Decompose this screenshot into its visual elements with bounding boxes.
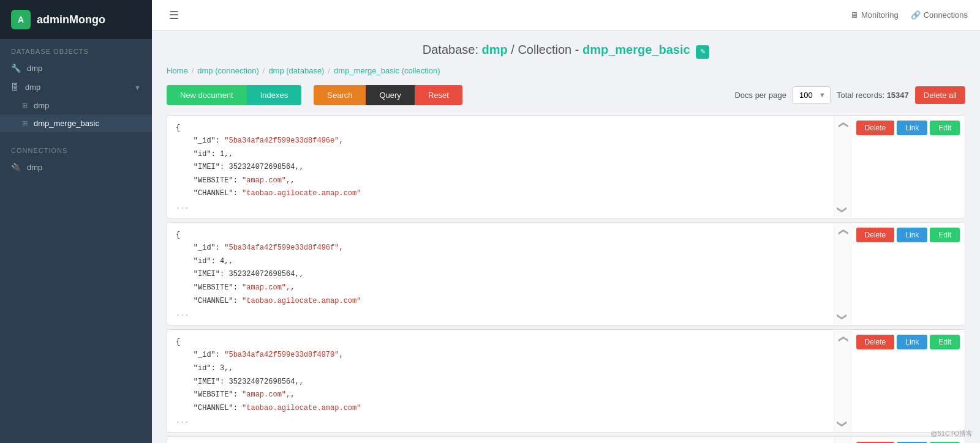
db-objects-label: Database Objects <box>0 39 152 59</box>
breadcrumb-connection[interactable]: dmp (connection) <box>197 66 258 75</box>
records-list: { "_id": "5ba34afa42f599e33d8f496e", "id… <box>167 115 965 444</box>
total-records-label: Total records: 15347 <box>837 91 909 100</box>
connections-section: Connections 🔌 dmp <box>0 138 152 177</box>
sidebar-collection-dmp-label: dmp <box>34 101 49 110</box>
record-json-content: { "_id": "5ba34afa42f599e33d8f4971", "id… <box>167 437 834 443</box>
watermark: @51CTO博客 <box>931 429 973 438</box>
connections-label: Connections <box>0 138 152 158</box>
topnav: ☰ 🖥 Monitoring 🔗 Connections <box>152 0 980 31</box>
record-row: { "_id": "5ba34afa42f599e33d8f496e", "id… <box>167 115 965 218</box>
edit-collection-icon[interactable]: ✎ <box>696 45 709 59</box>
record-row: { "_id": "5ba34afa42f599e33d8f4970", "id… <box>167 329 965 433</box>
toolbar: New document Indexes Search Query Reset … <box>167 85 965 105</box>
total-records-count: 15347 <box>887 91 909 100</box>
coll-name: dmp_merge_basic <box>582 43 690 56</box>
title-prefix: Database: <box>423 43 482 56</box>
sidebar-dmp-database-left: 🗄 dmp <box>11 83 40 92</box>
sidebar-connection-dmp-label: dmp <box>27 163 42 172</box>
edit-button[interactable]: Edit <box>930 121 960 135</box>
sidebar-dmp-group: 🗄 dmp ▼ ⊞ dmp ⊞ dmp_merge_basic <box>0 78 152 132</box>
topnav-left: ☰ <box>164 6 184 24</box>
record-expand-col: ❯❯ <box>834 223 851 325</box>
query-button[interactable]: Query <box>366 85 414 105</box>
chevron-down-icon[interactable]: ❯ <box>837 420 848 428</box>
record-row: { "_id": "5ba34afa42f599e33d8f4971", "id… <box>167 436 965 443</box>
sidebar-collection-dmp-merge-basic-label: dmp_merge_basic <box>34 119 99 128</box>
app-logo: A adminMongo <box>0 0 152 39</box>
action-buttons-row: DeleteLinkEdit <box>856 228 960 242</box>
sidebar-dmp-database-label: dmp <box>25 83 40 92</box>
chevron-down-icon[interactable]: ❯ <box>837 206 848 214</box>
logo-icon: A <box>11 10 31 29</box>
chevron-up-icon[interactable]: ❯ <box>837 228 848 236</box>
connections-icon: 🔗 <box>911 10 921 20</box>
title-mid: / Collection - <box>508 43 582 56</box>
delete-button[interactable]: Delete <box>856 335 895 349</box>
record-expand-col: ❯❯ <box>834 330 851 432</box>
record-row: { "_id": "5ba34afa42f599e33d8f496f", "id… <box>167 222 965 326</box>
indexes-button[interactable]: Indexes <box>247 85 302 105</box>
breadcrumb-database[interactable]: dmp (database) <box>268 66 324 75</box>
plug-icon: 🔌 <box>11 163 21 172</box>
breadcrumb-sep1: / <box>192 66 194 75</box>
chevron-up-icon[interactable]: ❯ <box>837 121 848 129</box>
total-records-text: Total records: <box>837 91 884 100</box>
hamburger-button[interactable]: ☰ <box>164 6 184 24</box>
record-json-content: { "_id": "5ba34afa42f599e33d8f4970", "id… <box>167 330 834 432</box>
search-button[interactable]: Search <box>314 85 366 105</box>
main-area: ☰ 🖥 Monitoring 🔗 Connections Database: d… <box>152 0 980 443</box>
breadcrumb: Home / dmp (connection) / dmp (database)… <box>167 66 965 75</box>
sidebar-dmp-database-header[interactable]: 🗄 dmp ▼ <box>0 78 152 97</box>
link-button[interactable]: Link <box>897 121 927 135</box>
edit-button[interactable]: Edit <box>930 335 960 349</box>
record-expand-col: ❯❯ <box>834 437 851 443</box>
table2-icon: ⊞ <box>22 119 28 127</box>
chevron-down-icon[interactable]: ❯ <box>837 313 848 321</box>
db-name: dmp <box>482 43 508 56</box>
connections-label: Connections <box>924 10 968 20</box>
breadcrumb-collection[interactable]: dmp_merge_basic (collection) <box>334 66 440 75</box>
breadcrumb-home[interactable]: Home <box>167 66 188 75</box>
docs-per-page-wrapper: 100 50 25 ▼ <box>793 86 831 104</box>
record-actions: DeleteLinkEdit <box>851 223 965 325</box>
chevron-down-icon: ▼ <box>134 84 141 91</box>
delete-button[interactable]: Delete <box>856 228 895 242</box>
new-document-button[interactable]: New document <box>167 85 247 105</box>
link-button[interactable]: Link <box>897 228 927 242</box>
record-json-content: { "_id": "5ba34afa42f599e33d8f496f", "id… <box>167 223 834 325</box>
monitoring-link[interactable]: 🖥 Monitoring <box>850 10 899 20</box>
app-name: adminMongo <box>37 13 105 26</box>
docs-per-page-select[interactable]: 100 50 25 <box>793 86 831 104</box>
topnav-right: 🖥 Monitoring 🔗 Connections <box>850 10 968 20</box>
docs-per-page-label: Docs per page <box>734 91 786 100</box>
db-icon: 🗄 <box>11 83 19 92</box>
record-actions: DeleteLinkEdit <box>851 330 965 432</box>
edit-button[interactable]: Edit <box>930 228 960 242</box>
breadcrumb-sep3: / <box>328 66 330 75</box>
sidebar-item-dmp-connection[interactable]: 🔧 dmp <box>0 59 152 78</box>
sidebar: A adminMongo Database Objects 🔧 dmp 🗄 dm… <box>0 0 152 443</box>
record-actions: DeleteLinkEdit <box>851 116 965 218</box>
chevron-up-icon[interactable]: ❯ <box>837 335 848 343</box>
delete-all-button[interactable]: Delete all <box>915 86 965 104</box>
record-expand-col: ❯❯ <box>834 116 851 218</box>
monitoring-label: Monitoring <box>861 10 899 20</box>
toolbar-right: Docs per page 100 50 25 ▼ Total records:… <box>734 86 965 104</box>
monitor-icon: 🖥 <box>850 10 858 20</box>
content-area: Database: dmp / Collection - dmp_merge_b… <box>152 31 980 443</box>
delete-button[interactable]: Delete <box>856 121 895 135</box>
sidebar-collection-dmp[interactable]: ⊞ dmp <box>0 97 152 114</box>
table-icon: ⊞ <box>22 102 28 110</box>
sidebar-dmp-connection-label: dmp <box>27 64 42 73</box>
action-buttons-row: DeleteLinkEdit <box>856 121 960 135</box>
sidebar-connection-dmp[interactable]: 🔌 dmp <box>0 158 152 177</box>
page-title: Database: dmp / Collection - dmp_merge_b… <box>167 43 965 59</box>
connections-link[interactable]: 🔗 Connections <box>911 10 968 20</box>
record-json-content: { "_id": "5ba34afa42f599e33d8f496e", "id… <box>167 116 834 218</box>
action-buttons-row: DeleteLinkEdit <box>856 335 960 349</box>
reset-button[interactable]: Reset <box>415 85 462 105</box>
breadcrumb-sep2: / <box>263 66 265 75</box>
sidebar-collection-dmp-merge-basic[interactable]: ⊞ dmp_merge_basic <box>0 114 152 132</box>
link-button[interactable]: Link <box>897 335 927 349</box>
wrench-icon: 🔧 <box>11 64 21 73</box>
